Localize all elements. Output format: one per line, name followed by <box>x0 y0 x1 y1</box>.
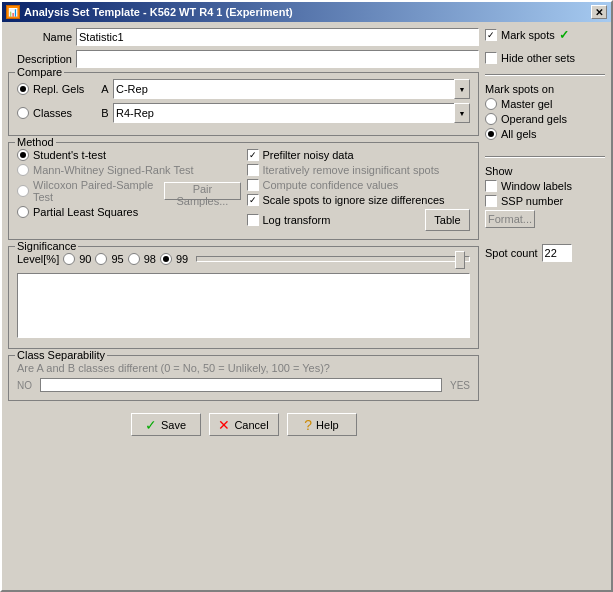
close-button[interactable]: ✕ <box>591 5 607 19</box>
repl-gels-radio-col: Repl. Gels <box>17 83 97 95</box>
pls-label: Partial Least Squares <box>33 206 138 218</box>
window-labels-item[interactable]: Window labels <box>485 180 605 192</box>
window-labels-checkbox[interactable] <box>485 180 497 192</box>
sep-no-label: NO <box>17 380 32 391</box>
compare-label: Compare <box>15 66 64 78</box>
save-button[interactable]: ✓ Save <box>131 413 201 436</box>
sig-90-radio[interactable] <box>63 253 75 265</box>
class-sep-question: Are A and B classes different (0 = No, 5… <box>17 362 330 374</box>
name-input[interactable] <box>76 28 479 46</box>
significance-label: Significance <box>15 240 78 252</box>
compare-a-select-wrapper: C-Rep ▼ <box>113 79 470 99</box>
classes-radio-item[interactable]: Classes <box>17 107 97 119</box>
help-button[interactable]: ? Help <box>287 413 357 436</box>
iteratively-item[interactable]: Iteratively remove insignificant spots <box>247 164 471 176</box>
hide-other-sets-checkbox[interactable] <box>485 52 497 64</box>
title-bar: 📊 Analysis Set Template - K562 WT R4 1 (… <box>2 2 611 22</box>
compare-b-select[interactable]: R4-Rep <box>113 103 470 123</box>
mann-radio[interactable] <box>17 164 29 176</box>
scale-checkbox[interactable] <box>247 194 259 206</box>
repl-gels-radio[interactable] <box>17 83 29 95</box>
spot-count-input[interactable] <box>542 244 572 262</box>
iteratively-checkbox[interactable] <box>247 164 259 176</box>
sig-level-row: Level[%] 90 95 98 99 <box>17 253 470 265</box>
classes-row: Classes B R4-Rep ▼ <box>17 103 470 123</box>
description-row: Description <box>8 50 479 68</box>
all-gels-item[interactable]: All gels <box>485 128 605 140</box>
mark-spots-on-label: Mark spots on <box>485 83 554 95</box>
title-bar-left: 📊 Analysis Set Template - K562 WT R4 1 (… <box>6 5 293 19</box>
master-gel-radio[interactable] <box>485 98 497 110</box>
students-radio-item[interactable]: Student's t-test <box>17 149 241 161</box>
ssp-number-item[interactable]: SSP number <box>485 195 605 207</box>
repl-gels-radio-item[interactable]: Repl. Gels <box>17 83 97 95</box>
compute-checkbox[interactable] <box>247 179 259 191</box>
description-label: Description <box>8 53 76 65</box>
mark-spots-checkbox[interactable] <box>485 29 497 41</box>
wilcoxon-radio-item: Wilcoxon Paired-Sample Test Pair Samples… <box>17 179 241 203</box>
pair-samples-button[interactable]: Pair Samples... <box>164 182 240 200</box>
log-transform-checkbox[interactable] <box>247 214 259 226</box>
scale-label: Scale spots to ignore size differences <box>263 194 445 206</box>
sig-90-item[interactable]: 90 <box>63 253 91 265</box>
scale-item[interactable]: Scale spots to ignore size differences <box>247 194 471 206</box>
sig-98-radio[interactable] <box>128 253 140 265</box>
method-area: Student's t-test Mann-Whitney Signed-Ran… <box>17 149 470 231</box>
sig-95-radio[interactable] <box>95 253 107 265</box>
divider-1 <box>485 74 605 76</box>
prefilter-checkbox[interactable] <box>247 149 259 161</box>
mann-radio-item[interactable]: Mann-Whitney Signed-Rank Test <box>17 164 241 176</box>
hide-other-sets-item[interactable]: Hide other sets <box>485 52 605 64</box>
sep-yes-label: YES <box>450 380 470 391</box>
compare-b-letter: B <box>97 107 113 119</box>
spot-count-row: Spot count <box>485 244 605 262</box>
pls-radio-item[interactable]: Partial Least Squares <box>17 206 241 218</box>
table-button[interactable]: Table <box>425 209 470 231</box>
sig-98-item[interactable]: 98 <box>128 253 156 265</box>
sig-slider-thumb[interactable] <box>455 251 465 269</box>
show-title: Show <box>485 165 605 177</box>
sig-99-radio[interactable] <box>160 253 172 265</box>
repl-gels-label: Repl. Gels <box>33 83 84 95</box>
mark-spots-on-title: Mark spots on <box>485 83 605 95</box>
compute-item[interactable]: Compute confidence values <box>247 179 471 191</box>
log-transform-item[interactable]: Log transform <box>247 214 331 226</box>
compare-a-letter: A <box>97 83 113 95</box>
ssp-number-checkbox[interactable] <box>485 195 497 207</box>
mark-spots-label: Mark spots <box>501 29 555 41</box>
prefilter-item[interactable]: Prefilter noisy data <box>247 149 471 161</box>
wilcoxon-radio[interactable] <box>17 185 29 197</box>
master-gel-label: Master gel <box>501 98 552 110</box>
sig-slider-track <box>196 256 470 262</box>
save-icon: ✓ <box>145 417 157 433</box>
mark-spots-section: Mark spots ✓ <box>485 28 605 42</box>
cancel-button[interactable]: ✕ Cancel <box>209 413 279 436</box>
class-sep-group: Class Separability Are A and B classes d… <box>8 355 479 401</box>
main-window: 📊 Analysis Set Template - K562 WT R4 1 (… <box>0 0 613 592</box>
sig-95-label: 95 <box>111 253 123 265</box>
all-gels-radio[interactable] <box>485 128 497 140</box>
sep-bar <box>40 378 442 392</box>
method-right: Prefilter noisy data Iteratively remove … <box>247 149 471 231</box>
classes-radio[interactable] <box>17 107 29 119</box>
sep-bar-row: NO YES <box>17 378 470 392</box>
sig-text-area[interactable] <box>17 273 470 338</box>
master-gel-item[interactable]: Master gel <box>485 98 605 110</box>
significance-group: Significance Level[%] 90 95 98 <box>8 246 479 349</box>
iteratively-label: Iteratively remove insignificant spots <box>263 164 440 176</box>
sig-99-item[interactable]: 99 <box>160 253 188 265</box>
classes-radio-col: Classes <box>17 107 97 119</box>
format-button[interactable]: Format... <box>485 210 535 228</box>
pls-radio[interactable] <box>17 206 29 218</box>
name-label: Name <box>8 31 76 43</box>
mann-label: Mann-Whitney Signed-Rank Test <box>33 164 194 176</box>
operand-gels-radio[interactable] <box>485 113 497 125</box>
students-radio[interactable] <box>17 149 29 161</box>
sig-95-item[interactable]: 95 <box>95 253 123 265</box>
operand-gels-item[interactable]: Operand gels <box>485 113 605 125</box>
method-label: Method <box>15 136 56 148</box>
compare-a-select[interactable]: C-Rep <box>113 79 470 99</box>
log-transform-label: Log transform <box>263 214 331 226</box>
classes-label: Classes <box>33 107 72 119</box>
description-input[interactable] <box>76 50 479 68</box>
